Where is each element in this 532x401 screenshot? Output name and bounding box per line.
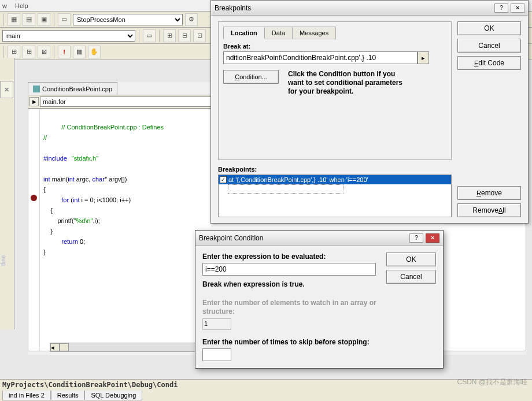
expression-input[interactable] [202, 263, 376, 276]
file-icon [33, 86, 40, 92]
side-label-outline[interactable]: tline [0, 253, 6, 266]
scroll-button-left[interactable]: ◂ [50, 343, 60, 351]
remove-all-button[interactable]: Remove All [457, 203, 521, 217]
separator [3, 46, 4, 58]
menu-help[interactable]: Help [15, 2, 28, 9]
toolbar-button[interactable]: ⊞ [163, 29, 176, 42]
tab-find-in-files[interactable]: ind in Files 2 [2, 391, 51, 400]
ok-button[interactable]: OK [457, 21, 521, 35]
dialog-title: Breakpoint Condition [199, 234, 263, 242]
breakpoint-item-text: at '{,ConditionBreakPoint.cpp',} .10' wh… [228, 176, 368, 183]
help-button[interactable]: ? [409, 233, 423, 243]
toolbar-button[interactable]: ⊡ [193, 29, 206, 42]
toolbar-button[interactable]: ⊞ [23, 46, 35, 58]
cancel-button[interactable]: Cancel [457, 39, 521, 53]
scope-combo[interactable]: main [2, 30, 135, 42]
breakpoints-list-label: Breakpoints: [218, 166, 452, 173]
toolbar-button[interactable]: ▭ [58, 13, 71, 26]
breakpoint-edit-placeholder[interactable] [228, 184, 343, 194]
toolbar-button[interactable]: ⊟ [178, 29, 191, 42]
dialog-titlebar[interactable]: Breakpoints ? ✕ [211, 1, 528, 16]
condition-help-text: Click the Condition button if you want t… [288, 70, 409, 96]
separator [54, 46, 54, 58]
elements-label: Enter the number of elements to watch in… [202, 299, 377, 316]
break-at-menu-button[interactable]: ▸ [418, 51, 429, 64]
horizontal-scrollbar[interactable]: ◂ [50, 343, 206, 352]
ok-button[interactable]: OK [386, 253, 436, 266]
close-button[interactable]: ✕ [511, 3, 524, 13]
toolbar-button[interactable]: ▦ [73, 46, 86, 58]
nav-button[interactable]: ▶ [29, 97, 39, 106]
toolbar-button[interactable]: ▦ [8, 13, 20, 26]
expression-label: Enter the expression to be evaluated: [202, 253, 377, 261]
tab-bar: Location Data Messages [223, 27, 446, 39]
help-button[interactable]: ? [494, 3, 508, 13]
tab-location[interactable]: Location [223, 27, 265, 39]
break-at-label: Break at: [223, 43, 446, 50]
tab-results[interactable]: Results [51, 391, 85, 400]
break-at-input[interactable] [223, 51, 418, 64]
elements-input: 1 [202, 318, 231, 330]
editor-tab[interactable]: ConditionBreakPoint.cpp [28, 82, 117, 95]
skip-label: Enter the number of times to skip before… [202, 338, 377, 346]
dialog-title: Breakpoints [215, 4, 251, 12]
separator [3, 13, 4, 26]
breakpoint-item[interactable]: ✓ at '{,ConditionBreakPoint.cpp',} .10' … [219, 175, 451, 184]
toolbar-button[interactable]: ▭ [143, 29, 156, 42]
toolbar-button[interactable]: ▣ [38, 13, 50, 26]
side-tab-close[interactable]: ✕ [0, 81, 13, 98]
editor-tab-label: ConditionBreakPoint.cpp [42, 86, 112, 92]
bottom-tabs: ind in Files 2 Results SQL Debugging [0, 389, 532, 401]
toolbar-button[interactable]: ⚙ [185, 13, 198, 26]
toolbar-button[interactable]: ⊞ [8, 46, 20, 58]
side-panel: ✕ [0, 58, 14, 329]
separator [54, 13, 54, 26]
watermark: CSDN @我不是萧海哇 [457, 377, 527, 387]
remove-button[interactable]: Remove [457, 186, 521, 200]
break-true-label: Break when expression is true. [202, 280, 377, 288]
edit-code-button[interactable]: Edit Code [457, 56, 521, 70]
breakpoints-dialog: Breakpoints ? ✕ Location Data Messages B… [210, 0, 529, 224]
menu-window[interactable]: w [2, 2, 7, 9]
tab-sql-debugging[interactable]: SQL Debugging [84, 391, 142, 400]
skip-input[interactable] [202, 348, 231, 361]
breakpoint-condition-dialog: Breakpoint Condition ? ✕ Enter the expre… [195, 230, 444, 369]
status-path: MyProjects\ConditionBreakPoint\Debug\Con… [0, 379, 532, 389]
close-button[interactable]: ✕ [426, 233, 439, 243]
scroll-thumb[interactable] [60, 343, 69, 351]
hand-button[interactable]: ✋ [88, 46, 101, 58]
breakpoints-list[interactable]: ✓ at '{,ConditionBreakPoint.cpp',} .10' … [218, 174, 452, 217]
config-combo[interactable]: StopProcessMon [73, 14, 183, 25]
dialog-titlebar[interactable]: Breakpoint Condition ? ✕ [195, 231, 443, 246]
condition-button[interactable]: Condition... [223, 70, 279, 84]
breakpoint-marker[interactable] [31, 195, 37, 201]
tab-messages[interactable]: Messages [292, 27, 336, 39]
breakpoint-button[interactable]: ! [58, 46, 71, 58]
toolbar-button[interactable]: ▤ [23, 13, 35, 26]
separator [159, 29, 160, 42]
separator [139, 29, 139, 42]
cancel-button[interactable]: Cancel [386, 270, 436, 284]
breakpoint-checkbox[interactable]: ✓ [220, 176, 227, 183]
gutter[interactable] [28, 109, 40, 351]
tab-data[interactable]: Data [264, 27, 293, 39]
toolbar-button[interactable]: ⊠ [38, 46, 50, 58]
